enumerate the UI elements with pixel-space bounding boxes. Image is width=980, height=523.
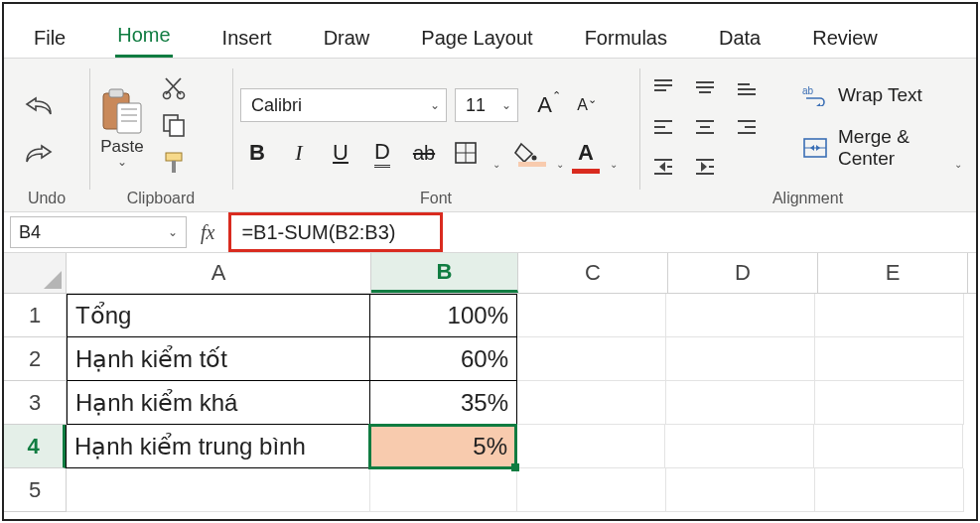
font-size-value: 11	[466, 95, 486, 116]
column-header-C[interactable]: C	[518, 253, 668, 293]
wrap-text-label: Wrap Text	[838, 84, 922, 106]
italic-button[interactable]: I	[282, 136, 316, 170]
borders-dropdown[interactable]: ⌄	[492, 159, 500, 170]
fill-color-dropdown[interactable]: ⌄	[556, 159, 564, 170]
column-header-A[interactable]: A	[67, 253, 371, 293]
font-name-combo[interactable]: Calibri ⌄	[240, 88, 447, 122]
svg-rect-1	[109, 89, 123, 97]
ribbon: Undo Paste	[4, 58, 976, 212]
wrap-text-button[interactable]: ab Wrap Text	[796, 80, 968, 110]
tab-draw[interactable]: Draw	[322, 23, 372, 58]
cell-A1[interactable]: Tổng	[67, 294, 370, 337]
cell-D1[interactable]	[666, 294, 815, 337]
copy-button[interactable]	[161, 112, 191, 142]
paste-dropdown-caret[interactable]: ⌄	[97, 155, 147, 169]
row-header-2[interactable]: 2	[4, 337, 67, 381]
cell-B1[interactable]: 100%	[370, 294, 517, 337]
cell-B2[interactable]: 60%	[370, 337, 517, 381]
decrease-font-size-button[interactable]: A⌄	[570, 88, 604, 122]
font-color-button[interactable]: A	[572, 136, 600, 170]
tab-home[interactable]: Home	[115, 20, 172, 58]
group-alignment: ab Wrap Text Merge & Center ⌄ Alignment	[639, 59, 976, 211]
align-top-button[interactable]	[647, 71, 679, 103]
redo-button[interactable]	[22, 137, 56, 171]
cell-C1[interactable]	[517, 294, 666, 337]
underline-button[interactable]: U	[324, 136, 357, 170]
cell-E4[interactable]	[814, 425, 963, 468]
cell-A3[interactable]: Hạnh kiểm khá	[67, 381, 370, 425]
row-header-3[interactable]: 3	[4, 381, 67, 425]
cell-C3[interactable]	[517, 381, 666, 425]
column-header-E[interactable]: E	[818, 253, 968, 293]
cell-E1[interactable]	[815, 294, 964, 337]
cell-D3[interactable]	[666, 381, 815, 425]
name-box-value: B4	[19, 222, 41, 243]
svg-marker-38	[701, 162, 707, 172]
column-header-D[interactable]: D	[668, 253, 818, 293]
group-font: Calibri ⌄ 11 ⌄ A⌃ A⌄ B	[232, 59, 639, 211]
select-all-corner[interactable]	[4, 253, 67, 293]
undo-button[interactable]	[22, 89, 56, 123]
tab-data[interactable]: Data	[717, 23, 763, 58]
bold-button[interactable]: B	[240, 136, 274, 170]
align-bottom-button[interactable]	[731, 71, 763, 103]
cell-D2[interactable]	[666, 337, 815, 381]
chevron-down-icon[interactable]: ⌄	[168, 225, 178, 239]
wrap-text-icon: ab	[802, 84, 828, 106]
align-left-button[interactable]	[647, 111, 679, 143]
row-header-4[interactable]: 4	[4, 425, 66, 468]
strikethrough-button[interactable]: ab	[407, 136, 441, 170]
font-size-combo[interactable]: 11 ⌄	[455, 88, 518, 122]
cell-A4[interactable]: Hạnh kiểm trung bình	[66, 425, 369, 468]
decrease-indent-button[interactable]	[647, 151, 679, 183]
double-underline-button[interactable]: D	[365, 136, 399, 170]
format-painter-button[interactable]	[161, 150, 191, 180]
cell-D4[interactable]	[665, 425, 814, 468]
tab-insert[interactable]: Insert	[220, 23, 274, 58]
group-label-alignment: Alignment	[647, 190, 968, 209]
tab-review[interactable]: Review	[810, 23, 880, 58]
cell-D5[interactable]	[666, 468, 815, 512]
tab-page-layout[interactable]: Page Layout	[419, 23, 534, 58]
cell-B5[interactable]	[370, 468, 517, 512]
group-undo: Undo	[4, 59, 89, 211]
cell-C2[interactable]	[517, 337, 666, 381]
cell-C5[interactable]	[517, 468, 666, 512]
orientation-button[interactable]	[731, 151, 763, 183]
cell-E5[interactable]	[815, 468, 964, 512]
row-header-1[interactable]: 1	[4, 294, 67, 337]
borders-button[interactable]	[449, 136, 483, 170]
cell-A2[interactable]: Hạnh kiểm tốt	[67, 337, 370, 381]
formula-input[interactable]: =B1-SUM(B2:B3)	[228, 212, 443, 252]
paste-button[interactable]: Paste ⌄	[97, 85, 147, 169]
chevron-down-icon: ⌄	[424, 98, 440, 112]
cut-button[interactable]	[161, 74, 191, 104]
cell-A5[interactable]	[67, 468, 370, 512]
group-label-font: Font	[240, 190, 631, 209]
formula-bar: B4 ⌄ fx =B1-SUM(B2:B3)	[4, 212, 976, 253]
increase-font-size-button[interactable]: A⌃	[532, 88, 566, 122]
align-right-button[interactable]	[731, 111, 763, 143]
group-label-clipboard: Clipboard	[97, 190, 224, 209]
align-middle-button[interactable]	[689, 71, 721, 103]
row-header-5[interactable]: 5	[4, 468, 67, 512]
merge-center-button[interactable]: Merge & Center ⌄	[796, 122, 968, 174]
column-header-B[interactable]: B	[371, 253, 518, 293]
cell-B4[interactable]: 5%	[369, 425, 516, 468]
name-box[interactable]: B4 ⌄	[10, 216, 187, 248]
fx-label[interactable]: fx	[187, 221, 228, 244]
font-color-dropdown[interactable]: ⌄	[610, 159, 618, 170]
cell-E3[interactable]	[815, 381, 964, 425]
merge-center-dropdown[interactable]: ⌄	[954, 159, 962, 170]
group-label-undo: Undo	[12, 190, 81, 209]
fill-color-swatch	[518, 162, 546, 167]
increase-indent-button[interactable]	[689, 151, 721, 183]
group-clipboard: Paste ⌄ Clipboard	[89, 59, 232, 211]
worksheet: A B C D E 1 Tổng 100% 2 Hạnh kiểm tốt 60…	[4, 253, 976, 519]
cell-B3[interactable]: 35%	[370, 381, 517, 425]
tab-file[interactable]: File	[32, 23, 68, 58]
tab-formulas[interactable]: Formulas	[583, 23, 669, 58]
align-center-button[interactable]	[689, 111, 721, 143]
cell-C4[interactable]	[516, 425, 665, 468]
cell-E2[interactable]	[815, 337, 964, 381]
